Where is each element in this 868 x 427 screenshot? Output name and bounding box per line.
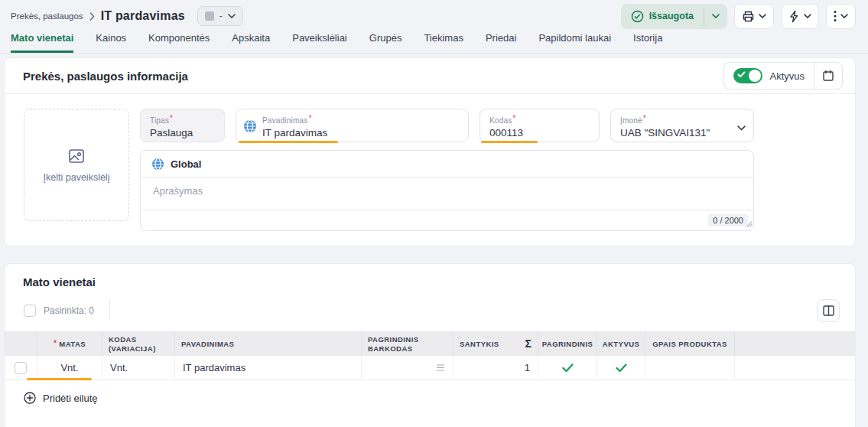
santykis-cell[interactable]: 1 [454, 356, 538, 380]
gpais-cell[interactable] [645, 356, 735, 380]
add-row-button[interactable]: Pridėti eilutę [24, 392, 855, 404]
tab-tiekimas[interactable]: Tiekimas [424, 32, 463, 53]
empty-cell [735, 356, 855, 380]
tab-paveiksleliai[interactable]: Paveikslėliai [292, 32, 347, 53]
tab-mato-vienetai[interactable]: Mato vienetai [11, 32, 73, 53]
save-options-button[interactable] [704, 4, 727, 29]
lightning-icon [788, 10, 800, 23]
columns-icon [823, 305, 834, 316]
table-header-row: *MATAS KODAS (VARIACIJA) PAVADINIMAS PAG… [5, 332, 855, 356]
chevron-down-icon [840, 14, 848, 18]
save-status-label: Išsaugota [649, 11, 694, 21]
upload-label: Įkelti paveikslėlį [44, 172, 110, 183]
sigma-sum-icon[interactable]: Σ [525, 337, 532, 351]
tab-kainos[interactable]: Kainos [96, 32, 126, 53]
image-upload-dropzone[interactable]: Įkelti paveikslėlį [24, 109, 129, 221]
imone-select-value[interactable]: UAB "SINGVAI131" [620, 127, 730, 139]
pavadinimas-field[interactable]: Pavadinimas* IT pardavimas [236, 109, 469, 142]
toggle-knob [749, 70, 761, 82]
barkodas-cell[interactable] [362, 356, 454, 380]
globe-icon [151, 158, 164, 171]
matas-cell[interactable]: Vnt. [37, 356, 102, 380]
kodas-cell[interactable]: Vnt. [102, 356, 175, 380]
selected-count-label: Pasirinkta: 0 [44, 305, 94, 316]
kebab-menu-icon [834, 10, 837, 22]
product-info-header: Prekės, paslaugos informacija Aktyvus [5, 58, 855, 94]
aktyvus-cell[interactable] [597, 356, 645, 380]
check-circle-icon [631, 10, 644, 23]
product-info-title: Prekės, paslaugos informacija [23, 70, 188, 83]
page-title: IT pardavimas [101, 9, 185, 23]
kodas-field[interactable]: Kodas* 000113 [480, 109, 600, 142]
product-info-card: Prekės, paslaugos informacija Aktyvus [4, 57, 856, 246]
form-region: Tipas* Paslauga Pavadinimas* IT pa [140, 109, 754, 231]
quick-actions-button[interactable] [781, 4, 819, 29]
tab-apskaita[interactable]: Apskaita [232, 32, 270, 53]
active-toggle[interactable]: Aktyvus [724, 63, 814, 89]
topbar: Prekės, paslaugos IT pardavimas - Išsaug… [0, 0, 868, 31]
breadcrumb: Prekės, paslaugos IT pardavimas - [11, 6, 243, 26]
tab-komponentes[interactable]: Komponentės [148, 32, 210, 53]
units-header: Mato vienetai [5, 264, 855, 290]
top-actions: Išsaugota [621, 4, 856, 29]
chevron-down-icon [712, 14, 720, 18]
active-toggle-group: Aktyvus [723, 62, 843, 90]
check-icon [737, 71, 746, 78]
product-info-body: Įkelti paveikslėlį Tipas* Paslauga [5, 94, 855, 231]
variant-swatch [205, 11, 214, 21]
pavadinimas-cell[interactable]: IT pardavimas [175, 356, 362, 380]
header-pavadinimas: PAVADINIMAS [175, 332, 362, 356]
fields-row: Tipas* Paslauga Pavadinimas* IT pa [140, 109, 754, 142]
description-footer: 0 / 2000 [141, 210, 753, 230]
tab-istorija[interactable]: Istorija [633, 32, 662, 53]
menu-lines-icon[interactable] [436, 364, 445, 371]
more-options-button[interactable] [826, 4, 856, 29]
char-counter: 0 / 2000 [708, 214, 748, 227]
pavadinimas-input[interactable]: IT pardavimas [262, 127, 460, 139]
calendar-icon [822, 70, 834, 82]
description-textarea[interactable]: Aprašymas [141, 178, 753, 210]
pagrindinis-cell[interactable] [538, 356, 597, 380]
tipas-field: Tipas* Paslauga [140, 109, 225, 142]
language-label: Global [171, 158, 201, 170]
tab-priedai[interactable]: Priedai [486, 32, 516, 53]
page: Prekės, paslaugos IT pardavimas - Išsaug… [0, 0, 868, 427]
column-settings-button[interactable] [817, 299, 840, 322]
changed-indicator [27, 378, 92, 380]
select-all-checkbox[interactable] [24, 305, 36, 317]
required-asterisk: * [512, 114, 515, 122]
description-language-header[interactable]: Global [141, 151, 753, 178]
tipas-value: Paslauga [150, 127, 216, 139]
tipas-label: Tipas* [150, 116, 173, 125]
required-asterisk: * [54, 339, 57, 349]
imone-field[interactable]: Įmonė* UAB "SINGVAI131" [610, 109, 754, 142]
save-status-button[interactable]: Išsaugota [621, 4, 704, 29]
variant-dropdown[interactable]: - [197, 6, 243, 26]
tab-grupes[interactable]: Grupės [369, 32, 402, 53]
resize-handle[interactable] [746, 218, 753, 230]
header-select [5, 332, 37, 356]
description-box: Global Aprašymas 0 / 2000 [140, 150, 754, 231]
kodas-label: Kodas* [489, 116, 515, 125]
schedule-button[interactable] [814, 63, 842, 89]
chevron-down-icon [737, 122, 746, 133]
variant-value: - [219, 11, 223, 21]
required-asterisk: * [308, 114, 311, 122]
changed-indicator [481, 141, 538, 143]
toggle-switch-on[interactable] [733, 68, 762, 83]
chevron-down-icon [804, 14, 811, 18]
print-button[interactable] [734, 4, 774, 29]
save-status-split-button[interactable]: Išsaugota [621, 4, 727, 29]
breadcrumb-parent-link[interactable]: Prekės, paslaugos [11, 11, 83, 21]
tab-papildomi-laukai[interactable]: Papildomi laukai [538, 32, 611, 53]
kodas-input[interactable]: 000113 [489, 127, 591, 139]
chevron-down-icon [228, 14, 236, 18]
image-icon [67, 147, 86, 165]
header-pagrindinis: PAGRINDINIS [538, 332, 597, 356]
header-gpais-produktas: GPAIS PRODUKTAS [645, 332, 735, 356]
pavadinimas-label: Pavadinimas* [262, 116, 312, 125]
units-card: Mato vienetai Pasirinkta: 0 *MATAS KODAS… [4, 263, 856, 427]
breadcrumb-chevron-icon [89, 12, 95, 21]
row-checkbox[interactable] [15, 362, 27, 374]
header-santykis: SANTYKISΣ [454, 332, 538, 356]
